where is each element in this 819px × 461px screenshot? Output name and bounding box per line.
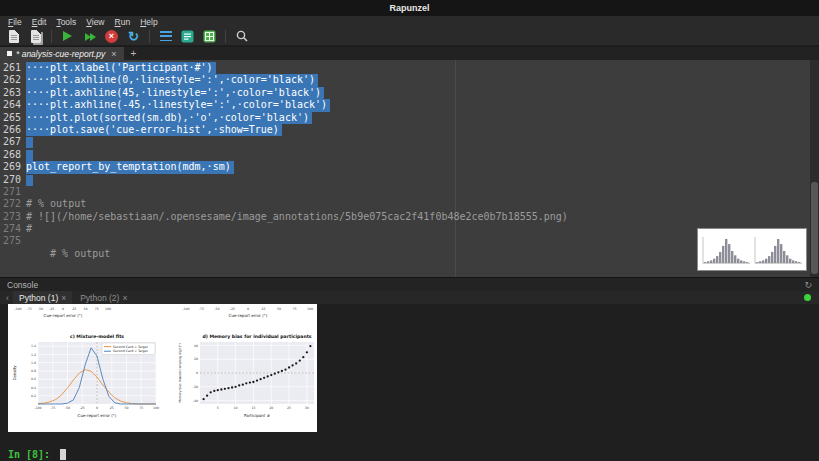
console-input[interactable]: In [8]: <box>0 447 819 461</box>
svg-text:50: 50 <box>124 406 128 410</box>
code-line[interactable]: 266····plot.save('cue-error-hist',·show=… <box>0 124 810 136</box>
editor-scrollbar[interactable] <box>810 60 819 277</box>
svg-text:0: 0 <box>196 371 198 375</box>
svg-text:d) Memory bias for individual: d) Memory bias for individual participan… <box>202 334 311 339</box>
tab-analysis-cue-report[interactable]: * analysis-cue-report.py × <box>0 47 124 60</box>
svg-text:1.0: 1.0 <box>31 361 36 365</box>
code-line[interactable]: 265····plt.plot(sorted(sm.db),·'o',·colo… <box>0 112 810 124</box>
menu-edit[interactable]: Edit <box>27 17 52 27</box>
scrollbar-handle[interactable] <box>811 182 818 274</box>
code-line[interactable]: # % output <box>0 248 810 260</box>
console-tab-label: Python (1) <box>19 293 58 303</box>
tab-close-icon[interactable]: × <box>111 49 116 59</box>
new-file-button[interactable] <box>4 28 23 45</box>
stop-kernel-button[interactable]: × <box>102 28 121 45</box>
svg-text:-25: -25 <box>80 406 85 410</box>
svg-text:-50: -50 <box>214 307 219 311</box>
svg-text:-75: -75 <box>199 307 204 311</box>
code-editor[interactable]: 261····plt.xlabel('Participant·#') 262··… <box>0 60 810 277</box>
restart-kernel-button[interactable]: ↻ <box>124 28 143 45</box>
svg-text:50: 50 <box>83 307 87 311</box>
line-number: 261 <box>0 62 26 74</box>
code-line[interactable]: 264····plt.axhline(-45,·linestyle=':',·c… <box>0 99 810 111</box>
code-line[interactable]: 261····plt.xlabel('Participant·#') <box>0 62 810 74</box>
search-button[interactable] <box>232 28 251 45</box>
toolbar-separator <box>225 30 226 43</box>
menu-run[interactable]: Run <box>110 17 136 27</box>
svg-text:100: 100 <box>307 307 313 311</box>
variable-inspector-button[interactable] <box>200 28 219 45</box>
new-tab-button[interactable]: + <box>124 47 144 60</box>
svg-text:10: 10 <box>234 406 238 410</box>
console-output[interactable]: -100-75-50-250255075100Cue-report error … <box>0 304 819 447</box>
menu-tools[interactable]: Tools <box>51 17 81 27</box>
console-lines-icon <box>160 31 172 41</box>
svg-text:20: 20 <box>269 406 273 410</box>
code-text: # % output <box>26 198 86 210</box>
line-number: 264 <box>0 99 26 111</box>
svg-text:25: 25 <box>110 406 114 410</box>
code-line[interactable]: 267 <box>0 136 810 148</box>
svg-text:75: 75 <box>95 307 99 311</box>
console-tab-label: Python (2) <box>80 293 119 303</box>
line-number: 268 <box>0 149 26 161</box>
svg-text:-25: -25 <box>230 307 235 311</box>
console-tab-python-2[interactable]: Python (2) × <box>74 291 133 304</box>
tab-label: * analysis-cue-report.py <box>16 49 105 59</box>
code-line[interactable]: 263····plt.axhline(45,·linestyle=':',·co… <box>0 87 810 99</box>
open-file-button[interactable] <box>26 28 45 45</box>
close-icon[interactable]: × <box>122 293 127 303</box>
console-panel: Console ↻ ‹ Python (1) × Python (2) × -1… <box>0 277 819 461</box>
svg-text:25: 25 <box>72 307 76 311</box>
console-panel-title: Console <box>7 280 38 290</box>
svg-text:0.4: 0.4 <box>31 386 36 390</box>
code-text: ····plot.save('cue-error-hist',·show=Tru… <box>26 124 282 136</box>
code-line[interactable]: 274# <box>0 223 810 235</box>
line-number: 269 <box>0 161 26 173</box>
code-text: ····plt.axhline(0,·linestyle=':',·color=… <box>26 74 318 86</box>
svg-text:100: 100 <box>153 406 159 410</box>
chevron-left-icon[interactable]: ‹ <box>4 293 11 303</box>
svg-text:100: 100 <box>105 307 111 311</box>
code-line[interactable]: 275 <box>0 235 810 247</box>
svg-text:-50: -50 <box>38 307 43 311</box>
svg-text:15: 15 <box>251 406 255 410</box>
svg-text:1.2: 1.2 <box>31 353 36 357</box>
svg-text:30: 30 <box>305 406 309 410</box>
code-line[interactable]: 262····plt.axhline(0,·linestyle=':',·col… <box>0 74 810 86</box>
svg-text:-75: -75 <box>50 406 55 410</box>
run-cell-button[interactable] <box>178 28 197 45</box>
console-tab-python-1[interactable]: Python (1) × <box>13 291 72 304</box>
svg-text:40: 40 <box>194 344 198 348</box>
code-line[interactable]: 271 <box>0 186 810 198</box>
window-title: Rapunzel <box>389 3 429 13</box>
close-icon[interactable]: × <box>61 293 66 303</box>
menu-file[interactable]: File <box>3 17 27 27</box>
code-line[interactable]: 270 <box>0 174 810 186</box>
new-file-icon <box>9 30 19 43</box>
code-line[interactable]: 272# % output <box>0 198 810 210</box>
toggle-console-button[interactable] <box>156 28 175 45</box>
code-line[interactable]: 273# ![](/home/sebastiaan/.opensesame/im… <box>0 211 810 223</box>
svg-text:Participant #: Participant # <box>244 413 271 418</box>
svg-text:0.6: 0.6 <box>31 377 36 381</box>
code-text <box>26 137 33 148</box>
variable-inspector-icon <box>203 30 216 43</box>
svg-text:0: 0 <box>247 307 249 311</box>
code-text: # <box>26 223 32 235</box>
svg-text:-75: -75 <box>27 307 32 311</box>
code-text: # ![](/home/sebastiaan/.opensesame/image… <box>26 211 568 223</box>
line-number: 271 <box>0 186 26 198</box>
code-text: # % output <box>26 248 110 260</box>
code-line[interactable]: 269plot_report_by_temptation(mdm,·sm) <box>0 161 810 173</box>
code-line[interactable]: 268 <box>0 149 810 161</box>
menu-view[interactable]: View <box>81 17 109 27</box>
refresh-icon[interactable]: ↻ <box>804 280 812 290</box>
titlebar: Rapunzel <box>0 0 819 16</box>
console-prompt: In [8]: <box>8 449 56 460</box>
line-number <box>0 248 26 260</box>
menu-help[interactable]: Help <box>135 17 162 27</box>
run-file-button[interactable] <box>58 28 77 45</box>
run-selection-button[interactable] <box>80 28 99 45</box>
kernel-status-dot <box>804 294 811 301</box>
